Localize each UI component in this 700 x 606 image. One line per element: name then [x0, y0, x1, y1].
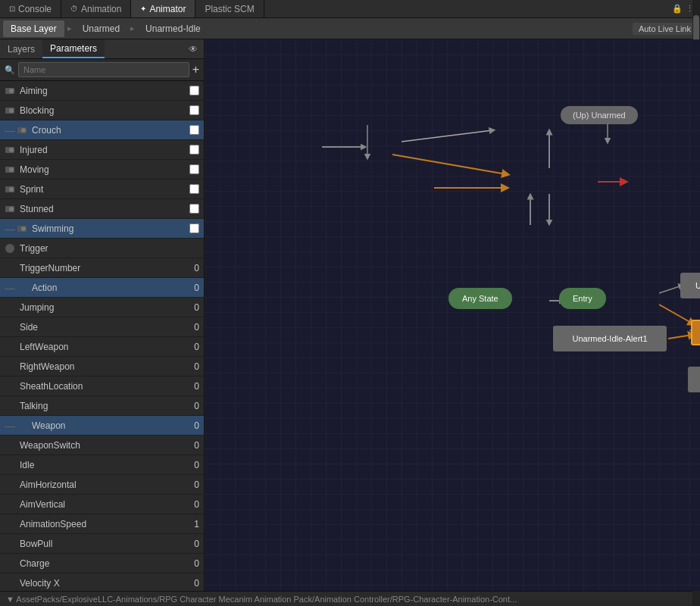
list-item[interactable]: WeaponSwitch 0 — [0, 436, 204, 455]
bool-toggle[interactable] — [189, 125, 199, 135]
type-icon — [5, 460, 15, 470]
type-icon — [5, 479, 15, 490]
unarmed-idle-node[interactable]: Unarmed-Idle — [691, 320, 700, 345]
base-layer-nav[interactable]: Base Layer — [3, 20, 64, 37]
any-state-node[interactable]: Any State — [448, 288, 512, 309]
trigger-icon — [5, 243, 15, 254]
bool-toggle[interactable] — [189, 86, 199, 95]
svg-line-12 — [659, 305, 692, 323]
bool-toggle[interactable] — [189, 184, 199, 194]
animation-tab[interactable]: ⏱ Animation — [61, 0, 131, 17]
type-icon — [5, 401, 15, 411]
list-item[interactable]: Velocity X 0 — [0, 573, 204, 591]
list-item[interactable]: RightWeapon 0 — [0, 357, 204, 376]
type-icon — [5, 539, 15, 549]
list-item[interactable]: Injured — [0, 140, 204, 160]
animator-graph[interactable]: (Up) Unarmed Any State Entry Unarmed-Idl… — [205, 39, 700, 591]
list-item[interactable]: LeftWeapon 0 — [0, 337, 204, 357]
animator-tab[interactable]: ✦ Animator — [131, 0, 195, 17]
list-item[interactable]: Aiming — [0, 81, 204, 101]
type-icon — [17, 420, 27, 431]
animator-icon: ✦ — [140, 5, 146, 13]
bool-toggle[interactable] — [189, 204, 199, 214]
list-item[interactable]: Idle 0 — [0, 455, 204, 475]
up-unarmed-node[interactable]: (Up) Unarmed — [561, 106, 638, 124]
left-panel: Layers Parameters 👁 🔍 + Aiming Bl — [0, 39, 205, 591]
type-icon — [5, 578, 15, 589]
list-item[interactable]: Stunned — [0, 199, 204, 219]
bool-icon — [5, 164, 15, 175]
auto-live-link-button[interactable]: Auto Live Link — [633, 23, 697, 35]
list-item[interactable]: SheathLocation 0 — [0, 376, 204, 396]
list-item[interactable]: Moving — [0, 160, 204, 180]
unarmed-crouch-idle-node[interactable]: Unarmed-Crouch-Idle — [688, 367, 700, 392]
search-input[interactable] — [18, 62, 189, 77]
svg-line-11 — [659, 286, 682, 293]
parameters-list: Aiming Blocking — Crouch Injured — [0, 81, 204, 591]
type-icon — [5, 440, 15, 451]
list-item[interactable]: Side 0 — [0, 317, 204, 337]
type-icon — [5, 499, 15, 510]
bool-toggle[interactable] — [189, 164, 199, 174]
search-icon: 🔍 — [5, 65, 15, 75]
up-unarmed-label: (Up) Unarmed — [561, 106, 638, 124]
main-content: Layers Parameters 👁 🔍 + Aiming Bl — [0, 39, 700, 591]
search-bar: 🔍 + — [0, 59, 204, 81]
any-state-label: Any State — [448, 288, 512, 309]
add-parameter-button[interactable]: + — [192, 64, 199, 76]
type-icon — [5, 322, 15, 333]
tab-layers[interactable]: Layers — [0, 39, 42, 58]
list-item[interactable]: AnimationSpeed 1 — [0, 514, 204, 534]
tab-parameters[interactable]: Parameters — [42, 39, 105, 58]
type-icon — [17, 283, 27, 293]
bool-toggle[interactable] — [189, 105, 199, 115]
list-item[interactable]: AimVertical 0 — [0, 495, 204, 514]
console-icon: ⊡ — [9, 5, 15, 13]
list-item[interactable]: BowPull 0 — [0, 534, 204, 554]
status-bar: ▼ AssetPacks/ExplosiveLLC-Animations/RPG… — [0, 591, 700, 606]
bool-icon — [5, 184, 15, 195]
panel-tabs: Layers Parameters 👁 — [0, 39, 204, 59]
unarmed-idle-injured-node[interactable]: Unarmed-Idle-Injured1 — [680, 273, 700, 298]
unarmed-idle-alert-node[interactable]: Unarmed-Idle-Alert1 — [553, 326, 667, 351]
list-item[interactable]: — Swimming — [0, 219, 204, 239]
type-icon — [5, 361, 15, 372]
bool-icon — [17, 125, 27, 136]
svg-line-3 — [392, 155, 506, 174]
list-item[interactable]: Talking 0 — [0, 396, 204, 416]
console-tab[interactable]: ⊡ Console — [0, 0, 61, 17]
animation-icon: ⏱ — [70, 5, 78, 13]
type-icon — [5, 519, 15, 529]
list-item[interactable]: AimHorizontal 0 — [0, 475, 204, 495]
list-item[interactable]: Trigger — [0, 239, 204, 258]
bool-icon — [17, 223, 27, 234]
bool-icon — [5, 86, 15, 96]
type-icon — [5, 263, 15, 273]
breadcrumb-nav: Base Layer ▸ Unarmed ▸ Unarmed-Idle Auto… — [0, 18, 700, 39]
svg-line-13 — [668, 335, 692, 339]
list-item[interactable]: TriggerNumber 0 — [0, 258, 204, 278]
list-item[interactable]: — Weapon 0 — [0, 416, 204, 436]
list-item[interactable]: Sprint — [0, 180, 204, 199]
type-icon — [5, 302, 15, 313]
entry-label: Entry — [559, 288, 606, 309]
plastic-tab[interactable]: Plastic SCM — [195, 0, 264, 17]
svg-line-2 — [402, 130, 492, 142]
list-item[interactable]: — Action 0 — [0, 278, 204, 298]
type-icon — [5, 342, 15, 352]
top-tab-bar: ⊡ Console ⏱ Animation ✦ Animator Plastic… — [0, 0, 700, 18]
bool-icon — [5, 145, 15, 155]
bool-icon — [5, 204, 15, 214]
unarmed-nav[interactable]: Unarmed — [75, 20, 127, 37]
list-item[interactable]: Blocking — [0, 101, 204, 120]
bool-toggle[interactable] — [189, 223, 199, 233]
list-item[interactable]: Charge 0 — [0, 554, 204, 573]
list-item[interactable]: — Crouch — [0, 120, 204, 140]
entry-node[interactable]: Entry — [559, 288, 606, 309]
type-icon — [5, 381, 15, 392]
list-item[interactable]: Jumping 0 — [0, 298, 204, 317]
bool-toggle[interactable] — [189, 145, 199, 155]
type-icon — [5, 558, 15, 569]
unarmed-idle-nav[interactable]: Unarmed-Idle — [138, 20, 208, 37]
eye-icon[interactable]: 👁 — [189, 44, 198, 55]
